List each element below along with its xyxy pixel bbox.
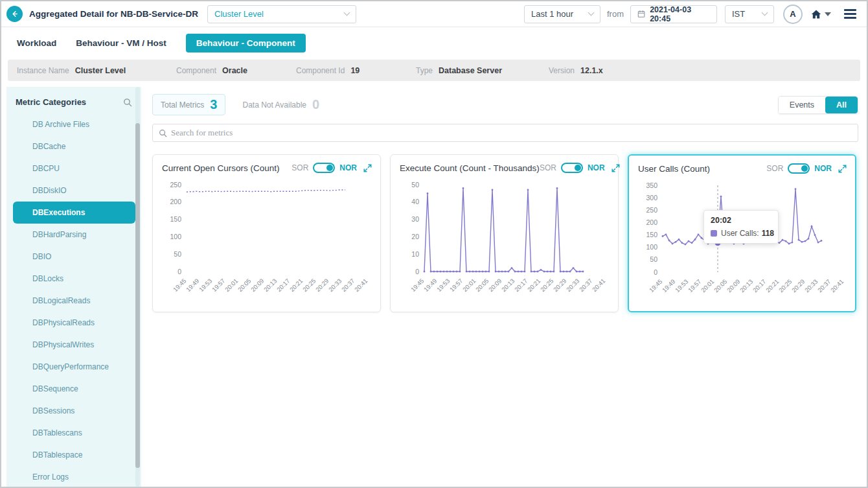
metric-card-user-calls: User Calls (Count) SOR NOR 0501001502002…	[628, 154, 856, 312]
home-icon	[810, 9, 822, 19]
metric-categories-sidebar: Metric Categories DB Archive Files DBCac…	[1, 87, 141, 487]
svg-text:19:45: 19:45	[409, 277, 426, 294]
sidebar-item-dbsequence[interactable]: DBSequence	[6, 378, 141, 400]
svg-text:20:25: 20:25	[777, 278, 794, 294]
info-value: Database Server	[439, 66, 502, 75]
svg-text:200: 200	[170, 198, 181, 205]
svg-text:20: 20	[411, 233, 419, 240]
svg-text:20:09: 20:09	[249, 277, 266, 294]
sor-label: SOR	[540, 163, 556, 172]
svg-text:20:13: 20:13	[500, 277, 516, 294]
timezone-value: IST	[732, 9, 745, 19]
line-chart[interactable]: 05010015020025019:4519:4919:5319:5720:01…	[157, 176, 377, 305]
datetime-picker[interactable]: 2021-04-03 20:45	[630, 5, 717, 23]
svg-text:19:49: 19:49	[422, 277, 439, 294]
sidebar-item-dbtablescans[interactable]: DBTablescans	[6, 422, 141, 444]
arrow-left-icon	[10, 10, 19, 18]
sidebar-item-dbexecutions[interactable]: DBExecutions	[13, 202, 135, 224]
tooltip-time: 20:02	[711, 216, 771, 225]
chevron-down-icon	[344, 10, 350, 16]
svg-text:20:01: 20:01	[700, 278, 716, 294]
svg-text:19:57: 19:57	[211, 277, 227, 294]
expand-icon[interactable]	[363, 164, 372, 172]
info-component-id: Component Id 19	[296, 66, 416, 75]
metric-card-current-open-cursors: Current Open Cursors (Count) SOR NOR 050…	[152, 154, 381, 312]
sor-nor-toggle[interactable]	[561, 163, 583, 173]
sidebar-item-dblocks[interactable]: DBLocks	[6, 268, 141, 290]
sidebar-item-dbsessions[interactable]: DBSessions	[6, 400, 141, 422]
expand-icon[interactable]	[838, 165, 847, 173]
svg-text:20:29: 20:29	[790, 278, 806, 294]
svg-text:20:17: 20:17	[275, 277, 291, 294]
svg-text:20:41: 20:41	[353, 277, 369, 294]
tab-behaviour-component[interactable]: Behaviour - Component	[186, 34, 306, 52]
card-title: Current Open Cursors (Count)	[162, 163, 280, 173]
svg-text:20:13: 20:13	[738, 278, 755, 294]
hamburger-menu-icon[interactable]	[841, 6, 859, 21]
all-button[interactable]: All	[825, 97, 858, 113]
svg-text:50: 50	[174, 250, 181, 258]
avatar[interactable]: A	[783, 5, 803, 24]
tab-bar: Workload Behaviour - VM / Host Behaviour…	[1, 27, 867, 60]
metric-cards-row: Current Open Cursors (Count) SOR NOR 050…	[152, 154, 858, 312]
sidebar-scrollbar-thumb[interactable]	[135, 123, 140, 468]
nor-label: NOR	[814, 164, 832, 173]
sidebar-item-dbdiskio[interactable]: DBDiskIO	[6, 180, 141, 202]
sor-nor-toggle[interactable]	[313, 163, 335, 173]
expand-icon[interactable]	[611, 164, 620, 172]
events-button[interactable]: Events	[779, 97, 825, 113]
sidebar-item-dbio[interactable]: DBIO	[6, 246, 141, 268]
tab-behaviour-vm-host[interactable]: Behaviour - VM / Host	[76, 34, 166, 52]
svg-text:350: 350	[646, 181, 657, 189]
svg-text:0: 0	[415, 268, 419, 275]
home-menu[interactable]	[810, 9, 831, 19]
info-component: Component Oracle	[176, 66, 296, 75]
events-all-segmented-control: Events All	[778, 96, 858, 114]
sidebar-item-dbcpu[interactable]: DBCPU	[6, 157, 141, 180]
caret-down-icon	[825, 12, 831, 16]
svg-text:20:37: 20:37	[578, 277, 594, 294]
info-label: Instance Name	[17, 66, 69, 75]
sidebar-item-dbhardparsing[interactable]: DBHardParsing	[6, 224, 141, 246]
cluster-level-dropdown[interactable]: Cluster Level	[207, 5, 356, 23]
sidebar-item-dbcache[interactable]: DBCache	[6, 135, 141, 157]
tab-workload[interactable]: Workload	[17, 34, 56, 52]
from-label: from	[607, 9, 624, 19]
sidebar-item-db-archive-files[interactable]: DB Archive Files	[6, 113, 141, 135]
series-swatch-icon	[711, 230, 717, 237]
svg-text:20:41: 20:41	[829, 278, 845, 294]
info-instance-name: Instance Name Cluster Level	[17, 66, 176, 75]
cluster-level-value: Cluster Level	[214, 9, 264, 19]
sidebar-item-dblogicalreads[interactable]: DBLogicalReads	[6, 290, 141, 312]
sidebar-item-error-logs[interactable]: Error Logs	[6, 466, 141, 488]
svg-text:50: 50	[411, 181, 419, 189]
back-button[interactable]	[6, 6, 23, 22]
svg-text:19:53: 19:53	[674, 278, 690, 294]
svg-text:19:49: 19:49	[661, 278, 677, 294]
sidebar-item-dbtablespace[interactable]: DBTablespace	[6, 444, 141, 466]
chevron-down-icon	[762, 10, 768, 16]
svg-text:20:05: 20:05	[713, 278, 729, 294]
info-type: Type Database Server	[416, 66, 549, 75]
sidebar-item-dbphysicalreads[interactable]: DBPhysicalReads	[6, 312, 141, 334]
info-label: Version	[549, 66, 575, 75]
data-not-available-chip: Data Not Available 0	[242, 97, 319, 112]
search-input[interactable]	[171, 128, 852, 138]
datetime-value: 2021-04-03 20:45	[650, 5, 710, 23]
svg-text:20:13: 20:13	[262, 277, 279, 294]
sidebar-item-dbphysicalwrites[interactable]: DBPhysicalWrites	[6, 334, 141, 356]
svg-text:10: 10	[411, 250, 419, 258]
line-chart[interactable]: 0102030405019:4519:4919:5319:5720:0120:0…	[394, 176, 615, 305]
sidebar-item-dbqueryperformance[interactable]: DBQueryPerformance	[6, 356, 141, 378]
info-value: Oracle	[222, 66, 247, 75]
nor-label: NOR	[588, 163, 605, 172]
chevron-down-icon	[588, 10, 595, 16]
info-value: 19	[350, 66, 360, 75]
page-title: Aggregated Detail for NB-DB-Service-DR	[29, 9, 198, 19]
svg-text:20:05: 20:05	[474, 277, 490, 294]
time-range-dropdown[interactable]: Last 1 hour	[524, 5, 600, 23]
chart-tooltip: 20:02 User Calls: 118	[703, 210, 779, 244]
sor-nor-toggle[interactable]	[788, 163, 810, 174]
search-icon[interactable]	[123, 98, 132, 107]
timezone-dropdown[interactable]: IST	[725, 5, 774, 23]
